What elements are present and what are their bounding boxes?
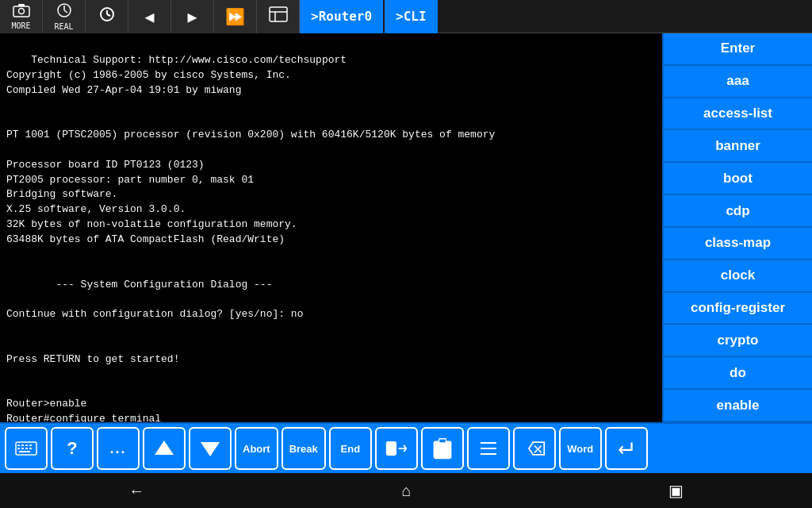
sidebar-enable-button[interactable]: enable (664, 390, 812, 422)
backspace-button[interactable] (513, 427, 556, 470)
svg-marker-22 (155, 441, 174, 455)
sidebar-boot-button[interactable]: boot (664, 163, 812, 195)
svg-rect-29 (434, 441, 450, 458)
terminal-content: Technical Support: http://www.cisco.com/… (6, 54, 495, 422)
android-nav-bar: ← ⌂ ▣ (0, 473, 812, 508)
back-button[interactable]: ◀ (128, 0, 171, 33)
sidebar-crypto-button[interactable]: crypto (664, 325, 812, 357)
svg-marker-23 (201, 442, 220, 456)
forward-button[interactable]: ▶ (171, 0, 214, 33)
router-tab[interactable]: >Router0 (300, 0, 383, 33)
main-area: Technical Support: http://www.cisco.com/… (0, 33, 812, 422)
insert-char-button[interactable]: # (375, 427, 418, 470)
top-toolbar: MORE REAL ◀ ▶ ⏩ (0, 0, 812, 33)
keyboard-button[interactable] (5, 427, 48, 470)
android-back-button[interactable]: ← (128, 482, 144, 500)
more-options-label: ... (109, 441, 126, 457)
clipboard-button[interactable] (421, 427, 464, 470)
sidebar-cdp-button[interactable]: cdp (664, 195, 812, 228)
list-button[interactable] (467, 427, 510, 470)
word-label: Word (567, 443, 593, 455)
svg-point-1 (18, 8, 24, 13)
more-button[interactable]: MORE (0, 0, 43, 33)
end-label: End (341, 443, 361, 455)
sidebar-do-button[interactable]: do (664, 357, 812, 390)
sidebar: Enter aaa access-list banner boot cdp cl… (662, 33, 812, 422)
enter-button[interactable] (605, 427, 648, 470)
word-button[interactable]: Word (559, 427, 602, 470)
more-options-button[interactable]: ... (97, 427, 140, 470)
abort-button[interactable]: Abort (235, 427, 278, 470)
svg-rect-19 (25, 448, 28, 449)
sidebar-enter-button[interactable]: Enter (664, 33, 812, 66)
svg-rect-30 (439, 439, 446, 443)
clock-toolbar-button[interactable] (86, 0, 128, 33)
real-label: REAL (54, 22, 73, 31)
help-button[interactable]: ? (51, 427, 94, 470)
svg-rect-17 (17, 448, 20, 449)
terminal[interactable]: Technical Support: http://www.cisco.com/… (0, 33, 662, 422)
svg-line-8 (107, 14, 110, 16)
topology-button[interactable] (257, 0, 300, 33)
svg-rect-14 (21, 444, 24, 446)
bottom-toolbar: ? ... Abort Break End # (0, 422, 812, 473)
svg-rect-20 (29, 448, 32, 449)
sidebar-access-list-button[interactable]: access-list (664, 98, 812, 131)
android-recent-button[interactable]: ▣ (668, 481, 684, 500)
svg-rect-15 (25, 444, 28, 446)
svg-rect-2 (18, 4, 25, 6)
svg-rect-16 (29, 444, 32, 446)
svg-rect-18 (21, 448, 24, 449)
sidebar-clock-button[interactable]: clock (664, 260, 812, 293)
down-button[interactable] (189, 427, 232, 470)
svg-text:#: # (389, 445, 393, 453)
abort-label: Abort (243, 443, 270, 455)
end-button[interactable]: End (329, 427, 372, 470)
android-home-button[interactable]: ⌂ (401, 482, 411, 500)
sidebar-class-map-button[interactable]: class-map (664, 228, 812, 260)
svg-line-5 (64, 10, 67, 13)
svg-rect-9 (270, 7, 287, 21)
svg-rect-13 (17, 444, 20, 446)
cli-tab[interactable]: >CLI (385, 0, 438, 33)
more-label: MORE (11, 21, 30, 30)
svg-rect-21 (19, 451, 30, 452)
sidebar-banner-button[interactable]: banner (664, 130, 812, 163)
break-label: Break (289, 443, 318, 455)
sidebar-config-register-button[interactable]: config-register (664, 293, 812, 325)
sidebar-aaa-button[interactable]: aaa (664, 66, 812, 98)
up-button[interactable] (143, 427, 186, 470)
real-button[interactable]: REAL (43, 0, 86, 33)
break-button[interactable]: Break (282, 427, 326, 470)
help-label: ? (67, 438, 77, 459)
fast-forward-button[interactable]: ⏩ (214, 0, 257, 33)
